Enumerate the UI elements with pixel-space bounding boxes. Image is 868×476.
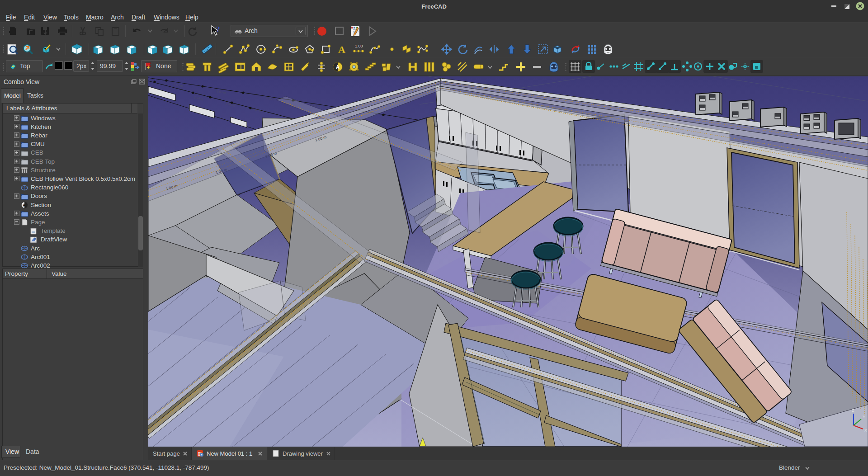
svg-text:A: A [23, 203, 26, 207]
svg-text:Y: Y [863, 415, 865, 419]
svg-text:X: X [864, 428, 867, 433]
svg-text:A: A [336, 64, 340, 70]
svg-text:A: A [338, 44, 345, 55]
svg-text:1.00: 1.00 [355, 44, 363, 48]
svg-text:Z: Z [852, 408, 854, 413]
svg-text:?: ? [216, 25, 220, 33]
